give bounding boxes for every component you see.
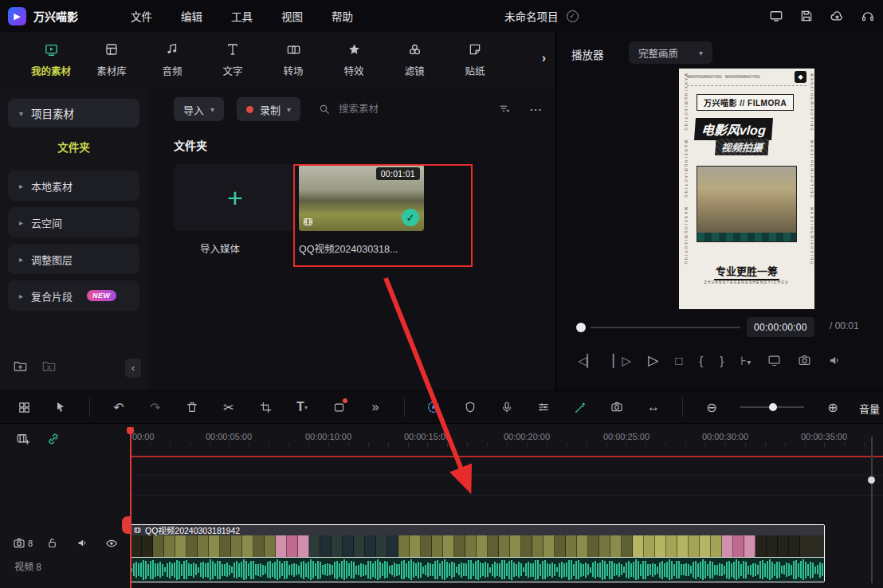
ruler-label: 00:00 (132, 432, 155, 441)
crop-icon[interactable] (257, 399, 273, 415)
tab-audio[interactable]: 音频 (142, 41, 202, 78)
timeline-ruler[interactable] (130, 443, 883, 447)
stop-icon[interactable]: □ (675, 354, 682, 367)
menu-edit[interactable]: 编辑 (181, 8, 202, 24)
mute-track-icon[interactable] (77, 537, 88, 549)
poster-slogan: 专业更胜一筹 (679, 263, 814, 278)
text-tool-icon[interactable]: T▾ (294, 399, 310, 415)
menubar-actions (769, 0, 875, 32)
delete-folder-icon[interactable] (41, 359, 57, 374)
chevron-down-icon: ▾ (210, 105, 214, 114)
timeline-clip[interactable]: QQ视频20240303181942 (130, 524, 825, 582)
next-frame-icon[interactable]: ▏▷ (613, 354, 631, 368)
cloud-upload-icon[interactable] (830, 9, 845, 24)
sidebar-item-adjustment-layer[interactable]: ▸ 调整图层 (8, 244, 139, 274)
play-icon[interactable]: ▷ (648, 352, 658, 369)
video-track-icon[interactable]: 8 (13, 537, 33, 550)
volume-slider-handle[interactable] (868, 476, 875, 484)
collapse-sidebar-icon[interactable]: ‹ (125, 359, 141, 378)
progress-handle[interactable] (576, 323, 586, 332)
save-icon[interactable] (799, 9, 814, 23)
sidebar-item-folder[interactable]: 文件夹 (0, 139, 147, 155)
filter-icon[interactable] (498, 103, 512, 116)
divider (89, 398, 90, 417)
snapshot-camera-icon[interactable] (798, 354, 811, 367)
hide-track-eye-icon[interactable] (105, 537, 118, 550)
snapshot-icon[interactable] (609, 399, 625, 415)
library-icon (104, 41, 119, 57)
import-media-tile[interactable]: + (174, 164, 296, 231)
progress-track[interactable] (591, 327, 740, 328)
playhead-handle[interactable] (127, 427, 134, 434)
menu-help[interactable]: 帮助 (332, 8, 353, 24)
tab-transitions[interactable]: 转场 (263, 41, 324, 78)
poster-brand: 万兴喵影 // FILMORA (697, 94, 794, 111)
delete-icon[interactable] (184, 399, 200, 415)
sidebar-item-compound-clip[interactable]: ▸ 复合片段 NEW (8, 280, 139, 311)
menu-file[interactable]: 文件 (131, 8, 152, 24)
search-box (318, 103, 425, 116)
headset-icon[interactable] (861, 9, 875, 23)
lock-track-icon[interactable] (46, 537, 58, 549)
tab-effects[interactable]: 特效 (324, 41, 384, 78)
quality-dropdown[interactable]: 完整画质 ▾ (629, 41, 712, 64)
volume-slider[interactable] (871, 437, 873, 583)
new-folder-icon[interactable] (13, 359, 28, 374)
audio-mixer-icon[interactable] (536, 399, 551, 415)
zoom-slider-handle[interactable] (769, 403, 777, 411)
media-grid-icon[interactable] (16, 399, 32, 415)
playhead[interactable] (130, 429, 131, 588)
tab-filters[interactable]: 滤镜 (384, 41, 445, 78)
menu-view[interactable]: 视图 (281, 8, 303, 24)
tab-my-media[interactable]: 我的素材 (21, 41, 81, 78)
sidebar-item-label: 调整图层 (31, 252, 73, 267)
undo-icon[interactable]: ↶ (111, 399, 127, 415)
shield-mask-icon[interactable] (462, 399, 478, 415)
sidebar-item-local-media[interactable]: ▸ 本地素材 (8, 171, 139, 201)
search-icon[interactable] (318, 103, 331, 116)
chroma-key-icon[interactable] (572, 399, 588, 415)
search-input[interactable] (337, 103, 425, 116)
mark-out-icon[interactable]: } (720, 354, 724, 367)
zoom-slider[interactable] (740, 406, 804, 408)
clip-duration-badge: 00:01:01 (376, 167, 420, 180)
split-scissors-icon[interactable]: ✂ (221, 399, 237, 415)
mark-menu-icon[interactable]: ⊦▾ (740, 354, 751, 368)
ruler-label: 00:00:10:00 (305, 432, 351, 441)
mask-icon[interactable] (331, 399, 347, 415)
speed-ramp-icon[interactable] (426, 399, 442, 415)
app-logo-icon[interactable]: ▶ (8, 7, 26, 25)
effects-star-icon (347, 41, 362, 57)
record-button[interactable]: 录制 ▾ (237, 97, 300, 121)
tab-text[interactable]: 文字 (202, 41, 263, 78)
ruler-label: 00:00:35:00 (801, 432, 847, 441)
film-icon (134, 527, 141, 534)
speaker-icon[interactable] (828, 354, 842, 367)
sidebar-item-project-media[interactable]: ▾ 项目素材 (8, 99, 139, 127)
pointer-icon[interactable] (53, 399, 69, 415)
clip-trim-handle[interactable] (122, 516, 131, 534)
add-media-to-track-icon[interactable] (16, 432, 30, 446)
mark-in-icon[interactable]: { (699, 354, 703, 367)
tab-stickers[interactable]: 贴纸 (445, 41, 505, 78)
voiceover-mic-icon[interactable] (499, 399, 515, 415)
sidebar-item-cloud[interactable]: ▸ 云空间 (8, 207, 139, 237)
fullscreen-monitor-icon[interactable] (767, 354, 781, 367)
more-tools-icon[interactable]: » (367, 399, 383, 415)
previous-frame-icon[interactable]: ◁▏ (578, 354, 596, 368)
tab-label: 贴纸 (465, 63, 485, 78)
media-clip-thumbnail[interactable]: 00:01:01 ✓ (299, 164, 424, 231)
zoom-in-icon[interactable]: ⊕ (825, 399, 841, 415)
import-button[interactable]: 导入 ▾ (174, 97, 224, 121)
chevron-down-icon: ▾ (287, 105, 291, 114)
tabbar-expand-icon[interactable]: › (542, 51, 546, 65)
link-clips-icon[interactable] (46, 432, 61, 446)
display-icon[interactable] (769, 9, 783, 23)
redo-icon[interactable]: ↷ (147, 399, 163, 415)
zoom-out-icon[interactable]: ⊖ (704, 399, 720, 415)
more-options-icon[interactable]: ⋯ (529, 102, 543, 117)
tab-stock-library[interactable]: 素材库 (81, 41, 142, 78)
menu-tools[interactable]: 工具 (231, 8, 253, 24)
sticker-icon (468, 41, 482, 57)
fit-timeline-icon[interactable]: ↔ (646, 399, 661, 415)
